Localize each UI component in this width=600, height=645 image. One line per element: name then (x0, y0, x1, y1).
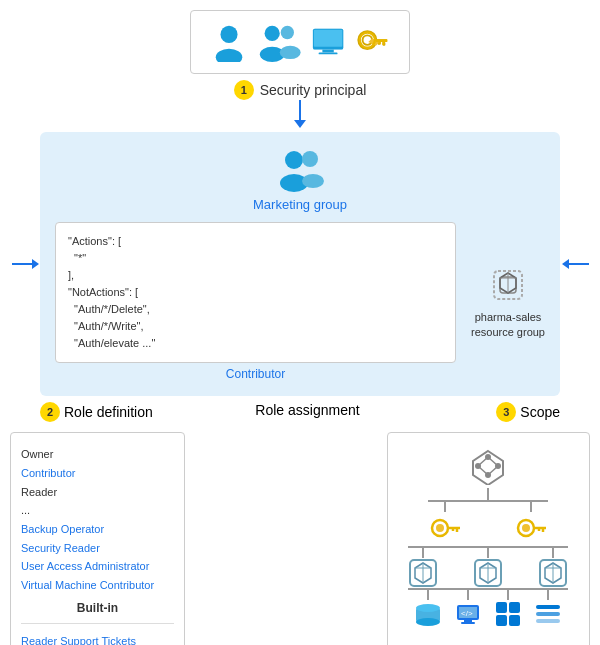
security-principal-label: 1 Security principal (234, 80, 367, 100)
svg-rect-67 (461, 622, 475, 624)
role-item-ellipsis: ... (21, 501, 174, 520)
screen-icon (311, 24, 345, 60)
svg-rect-72 (509, 615, 520, 626)
svg-point-62 (416, 604, 440, 612)
scope-node-rg-1 (408, 548, 438, 588)
third-level (408, 548, 568, 588)
role-item-reader: Reader (21, 483, 174, 502)
key-icon (355, 24, 389, 60)
svg-point-40 (436, 524, 444, 532)
svg-rect-74 (536, 612, 560, 616)
scope-node-management (469, 447, 507, 488)
svg-rect-75 (536, 619, 560, 623)
builtin-items: Owner Contributor Reader ... Backup Oper… (21, 445, 174, 595)
role-assignment-inner: "Actions": [ "*" ], "NotActions": [ "Aut… (55, 222, 545, 381)
role-item-reader-support[interactable]: Reader Support Tickets (21, 632, 174, 645)
svg-point-63 (416, 618, 440, 626)
scope-node-rg-3 (538, 548, 568, 588)
svg-rect-73 (536, 605, 560, 609)
scope-node-lb (534, 590, 562, 628)
role-item-vm-contributor[interactable]: Virtual Machine Contributor (21, 576, 174, 595)
role-item-contributor[interactable]: Contributor (21, 464, 174, 483)
svg-point-45 (522, 524, 530, 532)
separator (21, 623, 174, 624)
scope-node-storage (414, 590, 442, 628)
scope-box: </> (387, 432, 591, 645)
custom-items: Reader Support Tickets Virtual Machine O… (21, 632, 174, 645)
group-icon (257, 21, 301, 63)
apps-icon (494, 600, 522, 628)
role-definition-box: Owner Contributor Reader ... Backup Oper… (10, 432, 185, 645)
bottom-section: Owner Contributor Reader ... Backup Oper… (10, 432, 590, 645)
resource-group: pharma-salesresource group (471, 263, 545, 341)
second-level (428, 502, 548, 546)
svg-rect-69 (496, 602, 507, 613)
security-principal-title: Security principal (260, 82, 367, 98)
management-group-icon (469, 447, 507, 485)
section-number-2: 2 (40, 402, 60, 422)
key-icon-1 (428, 512, 462, 546)
scope-node-vm: </> (454, 590, 482, 628)
svg-rect-8 (314, 30, 342, 47)
svg-rect-70 (509, 602, 520, 613)
user-icon (211, 22, 247, 62)
loadbalancer-icon (534, 600, 562, 628)
security-principal-box (190, 10, 410, 74)
tree-horizontal-bar-2 (408, 546, 568, 548)
role-assignment-title: Role assignment (215, 402, 400, 422)
section-number-3: 3 (496, 402, 516, 422)
scope-section-label: 3 Scope (400, 402, 560, 422)
storage-icon (414, 600, 442, 628)
svg-line-36 (488, 457, 498, 466)
svg-point-2 (265, 26, 280, 41)
svg-text:</>: </> (461, 609, 473, 618)
contributor-box: "Actions": [ "*" ], "NotActions": [ "Aut… (55, 222, 456, 363)
scope-node-subscription-1 (428, 502, 462, 546)
svg-rect-10 (318, 52, 337, 54)
svg-point-0 (220, 26, 237, 43)
scope-node-rg-2 (473, 548, 503, 588)
key-icon-2 (514, 512, 548, 546)
scope-title: Scope (520, 404, 560, 420)
resource-group-icon-1 (408, 558, 438, 588)
vm-icon: </> (454, 600, 482, 628)
builtin-category-label: Built-in (21, 601, 174, 615)
role-assignment-area: Marketing group "Actions": [ "*" ], "Not… (40, 132, 560, 396)
middle-spacer (195, 432, 377, 645)
svg-point-5 (280, 46, 301, 59)
svg-point-4 (281, 26, 294, 39)
role-definition-title: Role definition (64, 404, 153, 420)
arrow-line (299, 100, 301, 120)
svg-line-37 (488, 466, 498, 475)
marketing-group-label: Marketing group (253, 197, 347, 212)
section-number-1: 1 (234, 80, 254, 100)
resource-group-icon-3 (538, 558, 568, 588)
svg-point-23 (302, 151, 318, 167)
svg-rect-9 (322, 50, 333, 53)
role-definition-section-label: 2 Role definition (40, 402, 215, 422)
svg-point-1 (216, 49, 243, 62)
svg-point-24 (302, 174, 324, 188)
svg-line-38 (478, 466, 488, 475)
resource-group-icon (486, 263, 530, 307)
fourth-level: </> (408, 590, 568, 628)
arrow-head (294, 120, 306, 128)
tree-horizontal-bar (428, 500, 548, 502)
marketing-group-icon (276, 147, 324, 193)
scope-node-apps (494, 590, 522, 628)
svg-rect-71 (496, 615, 507, 626)
scope-node-subscription-2 (514, 502, 548, 546)
role-item-security-reader[interactable]: Security Reader (21, 539, 174, 558)
role-item-owner: Owner (21, 445, 174, 464)
tree-line-top (487, 488, 489, 500)
svg-point-21 (285, 151, 303, 169)
resource-group-icon-2 (473, 558, 503, 588)
svg-line-35 (478, 457, 488, 466)
svg-rect-66 (464, 620, 472, 622)
role-item-backup-operator[interactable]: Backup Operator (21, 520, 174, 539)
role-item-user-access-admin[interactable]: User Access Administrator (21, 557, 174, 576)
contributor-label: Contributor (55, 367, 456, 381)
